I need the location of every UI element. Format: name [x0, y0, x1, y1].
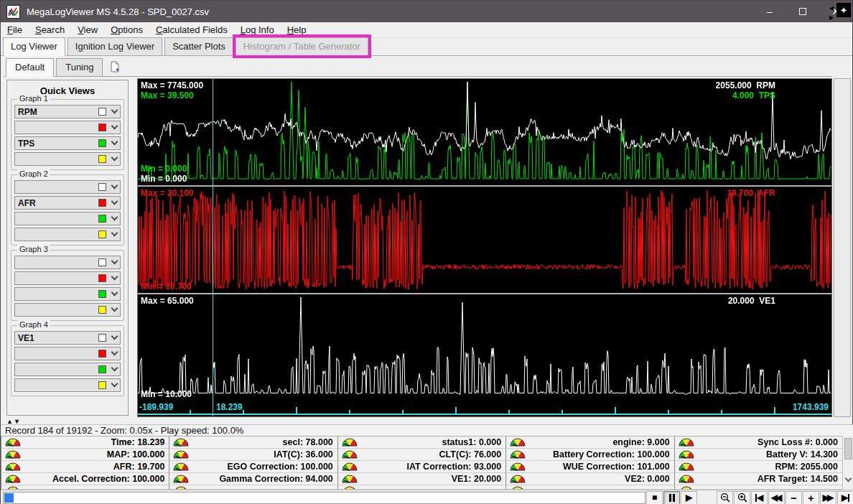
chart-graph-2[interactable]: Max = 20.10019.700 AFRMin = 10.700	[138, 187, 831, 293]
stop-button[interactable]: ■	[646, 491, 663, 504]
minus-button[interactable]: −	[786, 491, 802, 504]
field-select-2-2[interactable]: AFR	[14, 196, 121, 210]
chevron-down-icon	[111, 289, 118, 297]
graph-panel[interactable]: Max = 7745.000Max = 39.5002055.000 RPM4.…	[137, 78, 832, 417]
gauge-readout: status1: 0.000	[339, 437, 505, 449]
fast-forward-button[interactable]: ▶▶	[820, 491, 836, 504]
gauge-readout: MAP: 100.000	[2, 449, 169, 461]
view-tab-default[interactable]: Default	[6, 58, 54, 77]
chart-max-labels: Max = 20.100	[141, 188, 194, 198]
menu-item-help[interactable]: Help	[281, 23, 313, 37]
skip-to-start-button[interactable]: ◀	[751, 491, 768, 504]
field-select-2-4[interactable]	[14, 228, 121, 241]
axis-tick	[243, 410, 244, 414]
field-select-1-3[interactable]: TPS	[14, 136, 121, 150]
field-select-3-1[interactable]	[14, 256, 121, 269]
field-select-4-1[interactable]: VE1	[14, 331, 121, 345]
tab-overflow-star-icon[interactable]: ✦	[836, 3, 851, 17]
field-select-label: VE1	[18, 333, 98, 343]
zoom-out-button[interactable]	[717, 491, 733, 504]
field-select-1-2[interactable]	[14, 121, 121, 134]
tab-scroll-arrows[interactable]: ◀▶	[829, 5, 836, 21]
axis-tick	[402, 410, 404, 414]
quickview-group-label: Graph 1	[17, 94, 50, 103]
menu-item-view[interactable]: View	[71, 23, 104, 37]
menu-item-search[interactable]: Search	[29, 23, 71, 37]
menu-item-options[interactable]: Options	[104, 23, 149, 37]
tab-histogram-table-generator[interactable]: Histogram / Table Generator	[236, 37, 368, 55]
chevron-down-icon	[111, 258, 118, 265]
skip-to-end-button[interactable]: ▶	[837, 491, 853, 504]
plus-button[interactable]: +	[803, 491, 819, 504]
gauge-label-value: Battery V: 14.300	[694, 449, 838, 459]
gauge-icon	[173, 474, 189, 484]
field-select-3-2[interactable]	[14, 271, 121, 285]
gauge-label-value: CLT(C): 76.000	[358, 449, 501, 459]
rewind-button[interactable]: ◀◀	[768, 491, 785, 504]
window-title: MegaLogViewer MS 4.5.28 - SPD_0027.csv	[27, 6, 753, 17]
field-select-2-3[interactable]	[14, 212, 121, 225]
view-tab-tuning[interactable]: Tuning	[56, 58, 103, 76]
field-select-1-1[interactable]: RPM	[14, 105, 121, 118]
axis-right-value: 1743.939	[793, 402, 829, 412]
field-select-4-2[interactable]	[14, 347, 121, 360]
chart-current-value-labels: 20.000 VE1	[728, 296, 775, 306]
chart-graph-1[interactable]: Max = 7745.000Max = 39.5002055.000 RPM4.…	[138, 79, 831, 185]
quickview-group-2: Graph 2AFR	[11, 174, 124, 246]
tab-ignition-log-viewer[interactable]: Ignition Log Viewer	[67, 37, 162, 55]
gauge-icon	[510, 437, 526, 447]
field-select-4-3[interactable]	[14, 363, 121, 376]
axis-tick	[190, 410, 191, 414]
gauge-label-value: Time: 18.239	[21, 437, 164, 447]
menu-item-file[interactable]: File	[1, 23, 29, 37]
gauge-label-value: engine: 9.000	[526, 437, 669, 447]
field-select-3-3[interactable]	[14, 287, 121, 301]
field-select-4-4[interactable]	[14, 378, 121, 392]
zoom-in-button[interactable]	[734, 491, 750, 504]
menu-bar: FileSearchViewOptionsCalculated FieldsLo…	[1, 22, 852, 38]
axis-left-value: -189.939	[139, 402, 173, 412]
chevron-down-icon[interactable]	[845, 475, 852, 482]
gauge-readout: VE2: 0.000	[507, 473, 673, 485]
new-view-icon[interactable]: ✦	[107, 60, 123, 74]
quick-views-panel: Quick Views Graph 1RPMTPSGraph 2AFRGraph…	[6, 80, 129, 416]
chart-graph-3[interactable]: Max = 65.00020.000 VE1Min = 10.000	[138, 294, 831, 401]
color-swatch	[98, 230, 106, 238]
gauge-icon	[679, 474, 694, 484]
chevron-down-icon	[111, 230, 118, 237]
play-button[interactable]: ▶	[681, 491, 697, 504]
tab-log-viewer[interactable]: Log Viewer	[3, 37, 65, 56]
quickview-group-3: Graph 3	[11, 250, 124, 321]
color-swatch	[98, 334, 106, 342]
chevron-down-icon	[111, 349, 118, 356]
graph-right-scroll-strip[interactable]	[834, 78, 851, 417]
horizontal-scrollbar[interactable]	[3, 492, 645, 504]
minimize-button[interactable]: –	[753, 1, 786, 22]
color-swatch	[98, 183, 106, 191]
color-swatch	[98, 108, 106, 116]
record-status-bar: Record 184 of 19192 - Zoom: 0.05x - Play…	[1, 424, 853, 436]
axis-tick	[668, 410, 669, 414]
field-select-3-4[interactable]	[14, 303, 121, 317]
maximize-button[interactable]	[786, 1, 819, 22]
view-tab-bar: DefaultTuning✦	[4, 57, 832, 77]
field-select-1-4[interactable]	[14, 152, 121, 166]
pause-button[interactable]	[663, 491, 680, 504]
tab-scatter-plots[interactable]: Scatter Plots	[164, 37, 233, 55]
horizontal-scrollbar-thumb[interactable]	[4, 493, 14, 503]
gauge-scrollbar-thumb[interactable]	[844, 438, 852, 459]
gauge-icon	[510, 449, 526, 459]
app-window: MegaLogViewer MS 4.5.28 - SPD_0027.csv –…	[0, 0, 853, 504]
color-swatch	[98, 381, 106, 389]
gauge-scrollbar[interactable]	[842, 436, 853, 490]
field-select-label: AFR	[18, 198, 98, 208]
menu-item-log-info[interactable]: Log Info	[234, 23, 281, 37]
gauge-label-value: status1: 0.000	[358, 437, 501, 447]
chevron-down-icon	[111, 333, 118, 340]
gauge-readout: Time: 18.239	[2, 437, 169, 449]
gauge-column: engine: 9.000Battery Correction: 100.000…	[505, 437, 673, 490]
field-select-2-1[interactable]	[14, 180, 121, 194]
playback-cursor[interactable]	[213, 79, 213, 416]
color-swatch	[98, 258, 106, 266]
menu-item-calculated-fields[interactable]: Calculated Fields	[149, 23, 234, 37]
